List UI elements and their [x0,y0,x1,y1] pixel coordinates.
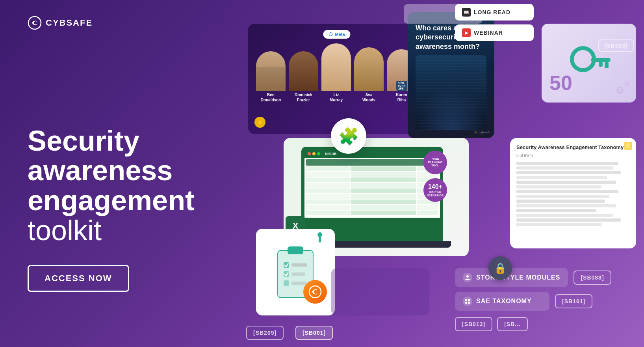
taxonomy-row [516,200,605,203]
cybsafe-logo-icon [28,16,42,30]
clipboard-card [256,229,335,315]
taxonomy-row [516,223,601,226]
sb161-tag: [SB161] [555,294,592,308]
dot-green [317,152,320,155]
key-illustration: 50 ⚙ ⚙ [542,24,636,103]
taxonomy-row [516,190,618,193]
logo: CYBSAFE [28,16,93,30]
svg-rect-8 [291,263,307,267]
gear-decoration-2: ⚙ [624,80,630,89]
story-modules-row: STORY STYLE MODULES [SB088] [455,268,636,287]
avatar-ava [354,47,384,91]
taxonomy-row [516,181,616,184]
speaker-name-karen: KarenRiha [396,92,407,103]
ss-row-3 [306,177,438,182]
spreadsheet-content [304,158,440,218]
taxonomy-card: Security Awareness Engagement Taxonomy 8… [510,138,636,248]
svg-rect-10 [291,272,305,276]
sae-taxonomy-pill: SAE TAXONOMY [455,292,549,311]
taxonomy-row [516,166,613,170]
ss-row-2 [306,172,438,177]
taxonomy-row [516,162,618,165]
speaker-name-dominick: DominickFrazier [295,92,312,103]
ss-row-6 [306,194,438,199]
meta-icon: ⬡ [328,32,332,37]
svg-rect-16 [468,299,470,301]
sebdb-label: SebDB [325,152,337,156]
sae-taxonomy-row: SAE TAXONOMY [SB161] [455,292,636,311]
gear-decoration: ⚙ [615,84,624,97]
bottom-right-panel: STORY STYLE MODULES [SB088] SAE TAXONOMY… [447,260,644,339]
taxonomy-row [516,185,601,188]
sb088-tag: [SB088] [573,271,611,285]
planning-label: FREE PLANNING TOOL [428,157,443,167]
speaker-name-ben: BenDonaldson [261,92,281,103]
laptop-titlebar: SebDB [304,150,440,158]
speakers-card: ⬡ Meta BenDonaldson DominickFrazier LizM… [248,24,425,134]
book-icon: 📖 [462,8,471,17]
svg-point-1 [572,48,594,70]
cube-emoji: 🧩 [338,127,359,146]
ss-row-9 [306,211,438,215]
star-deco: ⭐ [624,142,632,150]
clipboard-illustration [256,229,335,315]
speaker-name-ava: AvaWoods [362,92,375,103]
taxonomy-row [516,214,613,217]
speaker-ben: BenDonaldson [256,51,286,103]
svg-rect-17 [465,302,467,304]
person-svg [465,275,470,280]
avatar-dominick [289,51,318,91]
sb013-tag: [SB013] [455,317,492,331]
sb-last-tag: [SB... [497,317,528,331]
laptop-screen: SebDB [301,147,443,241]
svg-rect-3 [605,62,609,68]
awareness-image [416,55,486,130]
headline: Security awareness engagement toolkit [28,126,217,245]
sae-taxonomy-label: SAE TAXONOMY [476,298,532,305]
items-badge: 140+ MAPPED SCENARIOS [423,178,447,202]
avatar-liz [321,43,351,91]
robot-antenna [319,235,321,243]
sb003-tag: [SB003] [598,39,634,52]
taxonomy-row [516,209,596,212]
svg-rect-6 [288,246,303,254]
taxonomy-row [516,218,621,222]
meta-badge: ⬡ Meta [323,30,350,39]
person-icon [463,273,472,282]
grid-svg [465,298,470,304]
meta-label: Meta [335,32,345,37]
play-icon: ▶ [462,28,471,37]
taxonomy-row [516,195,609,198]
antenna-top [317,232,322,237]
speaker-dominick: DominickFrazier [289,51,318,103]
sb001-label: [SB001] [295,326,333,340]
svg-rect-11 [284,280,289,286]
speaker-name-liz: LizMurray [330,92,343,103]
avatar-ben [256,51,286,91]
svg-rect-15 [465,299,467,301]
right-panel: ⬡ Meta BenDonaldson DominickFrazier LizM… [244,0,644,347]
cybsafe-coin [303,280,327,304]
ss-header [306,159,438,166]
brand-name: CYBSAFE [46,18,93,28]
taxonomy-title: Security Awareness Engagement Taxonomy [516,144,630,150]
fifty-number: 50 [549,71,572,95]
ss-row-1 [306,166,438,171]
taxonomy-subtitle: 8 of them [516,153,630,158]
ss-row-5 [306,188,438,193]
nyl-badge: NEWYORKLIFE [396,81,407,91]
items-label: MAPPED SCENARIOS [427,190,444,197]
access-now-label: ACCESS NOW [45,273,112,283]
svg-rect-2 [591,58,611,62]
sb209-tag: [SB209] [246,326,284,340]
access-now-button[interactable]: ACCESS NOW [28,265,129,292]
flash-icon: ⚡ [254,117,265,128]
svg-rect-18 [468,302,470,304]
grid-icon [463,297,472,306]
cybsafe-coin-logo [308,285,322,299]
svg-rect-4 [599,62,603,67]
sb001-tag: [SB001] [295,326,333,340]
webinar-label: WEBINAR [474,30,503,36]
svg-point-14 [466,275,469,278]
left-panel: CYBSAFE Security awareness engagement to… [0,0,244,347]
